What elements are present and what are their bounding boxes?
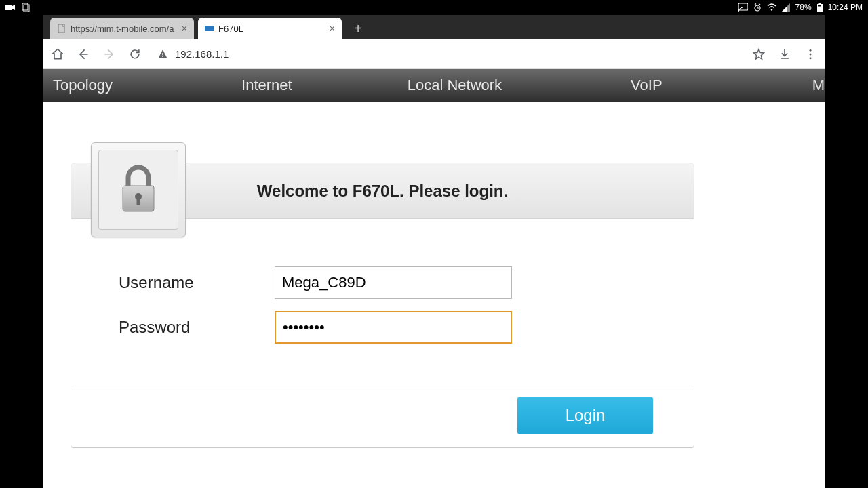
- page-viewport: Topology Internet Local Network VoIP M: [43, 69, 825, 488]
- svg-line-9: [759, 4, 760, 5]
- login-panel: Welcome to F670L. Please login. Username…: [71, 163, 694, 448]
- battery-icon: [817, 3, 823, 12]
- svg-point-22: [810, 53, 812, 55]
- svg-rect-16: [58, 24, 64, 33]
- svg-rect-19: [162, 53, 163, 55]
- lock-icon: [115, 163, 162, 217]
- reload-icon[interactable]: [127, 47, 142, 62]
- svg-marker-12: [782, 7, 787, 12]
- battery-text: 78%: [795, 3, 812, 12]
- svg-point-23: [810, 57, 812, 59]
- nav-more[interactable]: M: [799, 77, 825, 94]
- tab-title: F670L: [218, 24, 326, 34]
- menu-icon[interactable]: [803, 47, 818, 62]
- android-status-bar: 78% 10:24 PM: [0, 0, 868, 15]
- address-bar[interactable]: 192.168.1.1: [153, 48, 741, 60]
- zte-favicon-icon: [205, 24, 214, 33]
- nav-internet[interactable]: Internet: [228, 77, 306, 94]
- svg-line-8: [755, 4, 756, 5]
- browser-tab-strip: https://mim.t-mobile.com/a × F670L × +: [43, 15, 825, 39]
- svg-rect-20: [162, 56, 163, 56]
- url-text: 192.168.1.1: [175, 48, 229, 60]
- nav-local-network[interactable]: Local Network: [394, 77, 515, 94]
- tab-inactive[interactable]: https://mim.t-mobile.com/a ×: [50, 18, 194, 39]
- tab-title: https://mim.t-mobile.com/a: [71, 24, 178, 34]
- svg-point-21: [810, 49, 812, 51]
- tab-active[interactable]: F670L ×: [198, 18, 342, 39]
- nav-topology[interactable]: Topology: [43, 77, 126, 94]
- star-icon[interactable]: [751, 47, 766, 62]
- svg-rect-14: [818, 5, 821, 7]
- home-icon[interactable]: [50, 47, 65, 62]
- cast-icon: [738, 3, 748, 12]
- wifi-icon: [767, 3, 776, 12]
- download-icon[interactable]: [777, 47, 792, 62]
- close-icon[interactable]: ×: [182, 23, 187, 34]
- browser-toolbar: 192.168.1.1: [43, 39, 825, 69]
- back-icon[interactable]: [76, 47, 91, 62]
- svg-rect-15: [818, 3, 821, 4]
- new-tab-button[interactable]: +: [349, 19, 368, 38]
- login-button[interactable]: Login: [517, 397, 653, 434]
- router-top-nav: Topology Internet Local Network VoIP M: [43, 69, 825, 102]
- page-icon: [57, 24, 66, 33]
- svg-point-10: [770, 9, 772, 10]
- svg-rect-17: [205, 26, 214, 31]
- alarm-icon: [753, 3, 762, 12]
- password-label: Password: [112, 318, 275, 337]
- camera-icon: [5, 4, 15, 11]
- svg-rect-26: [137, 198, 140, 205]
- password-input[interactable]: [275, 311, 512, 344]
- svg-marker-1: [12, 5, 15, 10]
- cell-signal-icon: [782, 3, 790, 12]
- forward-icon: [102, 47, 117, 62]
- clock-text: 10:24 PM: [828, 3, 863, 12]
- username-input[interactable]: [275, 266, 512, 299]
- username-label: Username: [112, 273, 275, 292]
- close-icon[interactable]: ×: [330, 23, 335, 34]
- nav-voip[interactable]: VoIP: [617, 77, 675, 94]
- doc-icon: [22, 3, 30, 12]
- lock-badge: [91, 142, 186, 237]
- svg-rect-0: [5, 5, 12, 10]
- not-secure-icon: [157, 49, 168, 60]
